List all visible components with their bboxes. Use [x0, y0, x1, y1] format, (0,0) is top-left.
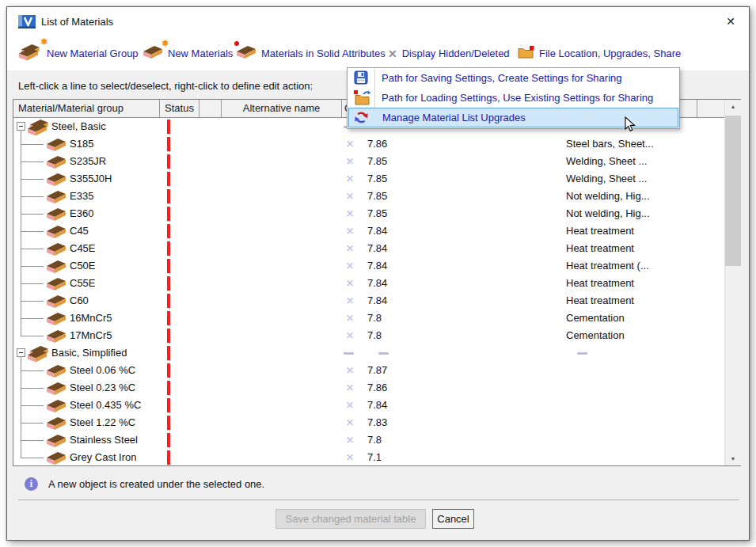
tree-branch-line: [21, 318, 44, 319]
vertical-scrollbar[interactable]: ▲ ▼: [724, 100, 741, 465]
table-row[interactable]: C50E ✕ 7.84 Heat treatment (...: [13, 257, 724, 275]
cancel-button[interactable]: Cancel: [432, 509, 474, 529]
header-separator: [221, 100, 222, 118]
scroll-up-icon[interactable]: ▲: [725, 100, 741, 113]
table-row[interactable]: 16MnCr5 ✕ 7.8 Cementation: [13, 310, 724, 327]
material-name: S355J0H: [70, 170, 112, 188]
material-icon: [46, 225, 66, 241]
header-alternative-name[interactable]: Alternative name: [222, 100, 341, 117]
no-color-x-icon: ✕: [343, 188, 357, 205]
material-name: 17MnCr5: [70, 327, 112, 344]
toolbar-label: Display Hidden/Deleted: [402, 47, 510, 59]
material-icon: [46, 416, 66, 433]
density-value: 7.84: [367, 240, 387, 257]
menu-item-label: Path for Saving Settings, Create Setting…: [382, 72, 622, 84]
no-color-x-icon: ✕: [343, 362, 357, 379]
new-materials-button[interactable]: New Materials: [142, 36, 233, 70]
no-color-x-icon: ✕: [343, 170, 357, 188]
menu-item-path-loading[interactable]: Path for Loading Settings, Use Existing …: [348, 88, 678, 108]
table-row[interactable]: Stainless Steel ✕ 7.8: [13, 431, 724, 449]
table-row[interactable]: S355J0H ✕ 7.85 Welding, Sheet ...: [13, 170, 724, 188]
folder-icon: [518, 46, 534, 62]
footer-divider: [18, 500, 739, 500]
material-name: S185: [70, 135, 93, 153]
no-color-x-icon: ✕: [343, 257, 357, 275]
material-name: 16MnCr5: [70, 310, 112, 327]
status-bar: [167, 241, 170, 256]
new-star-icon: [41, 37, 47, 46]
material-icon: [46, 242, 66, 259]
table-row[interactable]: Grey Cast Iron ✕ 7.1: [13, 449, 724, 466]
material-icon: [46, 260, 66, 276]
material-icon: [46, 364, 66, 381]
table-row[interactable]: E360 ✕ 7.85 Not welding, Hig...: [13, 205, 724, 222]
material-icon: [46, 312, 66, 329]
no-color-x-icon: ✕: [343, 431, 357, 449]
status-bar: [167, 416, 170, 430]
toolbar-label: File Location, Upgrades, Share: [539, 47, 681, 59]
material-name: Steel 0.06 %C: [70, 362, 135, 379]
status-bar: [167, 294, 170, 308]
table-row[interactable]: 17MnCr5 ✕ 7.8 Cementation: [13, 327, 724, 344]
table-row[interactable]: E335 ✕ 7.85 Not welding, Hig...: [13, 188, 724, 205]
description-value: Not welding, Hig...: [566, 205, 650, 222]
status-bar: [167, 120, 170, 134]
menu-item-path-saving[interactable]: Path for Saving Settings, Create Setting…: [348, 68, 678, 88]
no-color-x-icon: ✕: [343, 222, 357, 240]
file-location-upgrades-share-button[interactable]: File Location, Upgrades, Share: [518, 36, 681, 70]
description-value: Cementation: [566, 327, 625, 344]
table-row[interactable]: C45 ✕ 7.84 Heat treatment: [13, 222, 724, 240]
collapse-toggle-icon[interactable]: [17, 348, 25, 357]
material-icon: [46, 382, 66, 398]
table-row[interactable]: Steel 1.22 %C ✕ 7.83: [13, 414, 724, 431]
header-material[interactable]: Material/Material group: [18, 100, 123, 117]
table-row[interactable]: Steel 0.23 %C ✕ 7.86: [13, 379, 724, 397]
no-color-x-icon: ✕: [343, 379, 357, 397]
material-icon: [46, 294, 66, 311]
header-status[interactable]: Status: [160, 100, 199, 117]
no-color-x-icon: ✕: [343, 153, 357, 170]
material-icon: [46, 399, 66, 416]
header-separator: [697, 100, 697, 118]
tree-branch-line: [21, 283, 44, 284]
description-value: Heat treatment: [566, 292, 634, 310]
description-value: Steel bars, Sheet...: [566, 135, 654, 153]
table-row[interactable]: S185 ✕ 7.86 Steel bars, Sheet...: [13, 135, 724, 153]
toolbar-label: New Materials: [168, 47, 233, 59]
density-value: 7.84: [367, 222, 387, 240]
display-hidden-deleted-button[interactable]: ✕ Display Hidden/Deleted: [388, 36, 510, 70]
scrollbar-thumb[interactable]: [725, 116, 741, 266]
upgrade-icon: [354, 110, 369, 131]
scroll-down-icon[interactable]: ▼: [725, 452, 741, 465]
save-changed-material-table-button[interactable]: Save changed material table: [275, 509, 426, 529]
density-value: 7.85: [367, 153, 387, 170]
material-icon: [46, 173, 66, 189]
table-row[interactable]: Steel 0.435 %C ✕ 7.84: [13, 397, 724, 414]
collapse-toggle-icon[interactable]: [17, 122, 25, 131]
table-row[interactable]: C55E ✕ 7.84 Heat treatment: [13, 275, 724, 292]
status-bar: [167, 189, 170, 203]
table-row[interactable]: C45E ✕ 7.84 Heat treatment: [13, 240, 724, 257]
table-row[interactable]: S235JR ✕ 7.85 Welding, Sheet ...: [13, 153, 724, 170]
close-icon[interactable]: ✕: [724, 14, 738, 28]
material-name: Steel 1.22 %C: [70, 414, 135, 431]
materials-in-solid-attributes-button[interactable]: Materials in Solid Attributes: [236, 36, 386, 70]
table-row[interactable]: Steel 0.06 %C ✕ 7.87: [13, 362, 724, 379]
material-icon: [46, 190, 66, 207]
table-row[interactable]: C60 ✕ 7.84 Heat treatment: [13, 292, 724, 310]
description-value: Welding, Sheet ...: [566, 170, 647, 188]
density-value: 7.85: [367, 205, 387, 222]
table-group-row[interactable]: Basic, Simplified: [13, 344, 724, 362]
x-icon: ✕: [388, 47, 397, 60]
density-value: 7.84: [367, 292, 387, 310]
tree-branch-line: [21, 440, 44, 441]
no-color-x-icon: ✕: [343, 275, 357, 292]
new-material-group-button[interactable]: New Material Group: [18, 36, 139, 70]
toolbar: New Material Group New Materials Materia…: [7, 36, 749, 70]
no-color-x-icon: ✕: [343, 292, 357, 310]
material-name: Grey Cast Iron: [70, 449, 137, 466]
status-bar: [167, 137, 170, 151]
status-bar: [167, 363, 170, 378]
status-bar: [167, 224, 170, 238]
description-value: Heat treatment (...: [566, 257, 649, 275]
